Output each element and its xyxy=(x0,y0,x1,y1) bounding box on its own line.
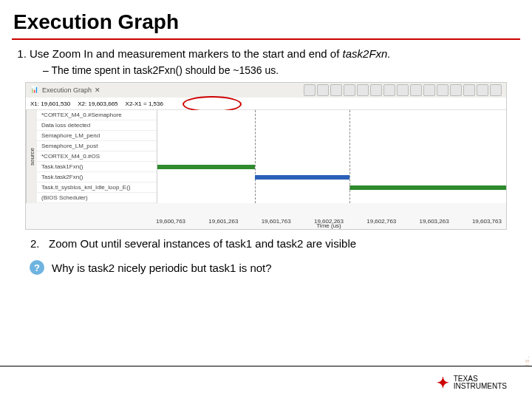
row-labels: *CORTEX_M4_0.#Semaphore Data loss detect… xyxy=(37,110,157,203)
x-tick: 19,601,263 xyxy=(208,218,238,225)
row-label: Data loss detected xyxy=(37,120,157,131)
row-label: Semaphore_LM_pend xyxy=(37,131,157,141)
question-icon: ? xyxy=(30,260,44,275)
toolbar-btn[interactable] xyxy=(423,84,435,96)
source-axis-label: source xyxy=(26,110,37,203)
close-icon[interactable]: ✕ xyxy=(95,86,100,94)
question-row: ? Why is task2 nicely periodic but task1… xyxy=(30,260,507,275)
row-label: Semaphore_LM_post xyxy=(37,141,157,151)
list-item-1-text-b: task2Fxn. xyxy=(343,47,391,60)
plot-area[interactable] xyxy=(157,110,506,203)
row-label: Task.task1Fxn() xyxy=(37,162,157,172)
list-item-2-text: Zoom Out until several instances of task… xyxy=(49,237,356,250)
graph-tabbar: 📊 Execution Graph ✕ xyxy=(26,83,506,98)
marker-row: X1: 19,601,530 X2: 19,603,665 X2-X1 = 1,… xyxy=(26,98,506,110)
marker-x1: X1: 19,601,530 xyxy=(30,100,70,107)
x-tick: 19,600,763 xyxy=(156,218,185,225)
toolbar-btn[interactable] xyxy=(330,84,342,96)
list-item-1-text-a: Use Zoom In and measurement markers to t… xyxy=(30,47,343,60)
question-text: Why is task2 nicely periodic but task1 i… xyxy=(52,262,272,274)
ti-logo-mark: ✦ xyxy=(437,374,449,392)
toolbar-btn[interactable] xyxy=(370,84,382,96)
list-item-2: 2. Zoom Out until several instances of t… xyxy=(25,237,507,250)
toolbar-btn[interactable] xyxy=(317,84,329,96)
task1-bar xyxy=(157,165,255,169)
toolbar-btn[interactable] xyxy=(357,84,369,96)
task2-bar xyxy=(255,175,349,180)
graph-icon: 📊 xyxy=(30,86,39,95)
x-tick: 19,603,763 xyxy=(472,218,502,225)
page-title: Execution Graph xyxy=(0,0,532,34)
footer: ✦ TEXASINSTRUMENTS xyxy=(0,366,532,399)
graph-toolbar xyxy=(304,84,506,96)
x-tick: 19,601,763 xyxy=(262,218,291,225)
title-rule xyxy=(12,38,520,40)
row-label: (BIOS Scheduler) xyxy=(37,193,157,203)
x-axis: 19,600,763 19,601,263 19,601,763 19,602,… xyxy=(156,218,502,225)
ti-logo-text: TEXASINSTRUMENTS xyxy=(454,375,507,390)
execution-graph-panel: 📊 Execution Graph ✕ X1: 19,601,530 X2: 1… xyxy=(25,82,507,230)
graph-tab[interactable]: 📊 Execution Graph ✕ xyxy=(26,86,105,95)
toolbar-btn[interactable] xyxy=(304,84,316,96)
row-label: Task.ti_sysbios_knl_Idle_loop_E() xyxy=(37,183,157,193)
toolbar-btn[interactable] xyxy=(410,84,422,96)
row-label: *CORTEX_M4_0.#OS xyxy=(37,151,157,162)
toolbar-btn[interactable] xyxy=(397,84,409,96)
row-label: Task.task2Fxn() xyxy=(37,172,157,183)
x-axis-caption: Time (us) xyxy=(316,222,341,229)
ti-logo: ✦ TEXASINSTRUMENTS xyxy=(437,374,507,392)
toolbar-btn[interactable] xyxy=(437,84,449,96)
x-tick: 19,603,263 xyxy=(420,218,449,225)
idle-bar xyxy=(349,185,506,190)
toolbar-btn[interactable] xyxy=(450,84,462,96)
row-label: *CORTEX_M4_0.#Semaphore xyxy=(37,110,157,120)
x-tick: 19,602,763 xyxy=(366,218,396,225)
toolbar-btn[interactable] xyxy=(477,84,488,96)
list-item-1-sub: The time spent in task2Fxn() should be ~… xyxy=(43,64,507,76)
toolbar-btn[interactable] xyxy=(383,84,395,96)
graph-tab-label: Execution Graph xyxy=(42,86,92,94)
list-item-1: Use Zoom In and measurement markers to t… xyxy=(30,47,507,76)
toolbar-btn[interactable] xyxy=(490,84,502,96)
marker-delta: X2-X1 = 1,536 xyxy=(126,100,163,107)
toolbar-btn[interactable] xyxy=(463,84,475,96)
toolbar-btn[interactable] xyxy=(344,84,355,96)
marker-x2: X2: 19,603,665 xyxy=(78,100,117,107)
